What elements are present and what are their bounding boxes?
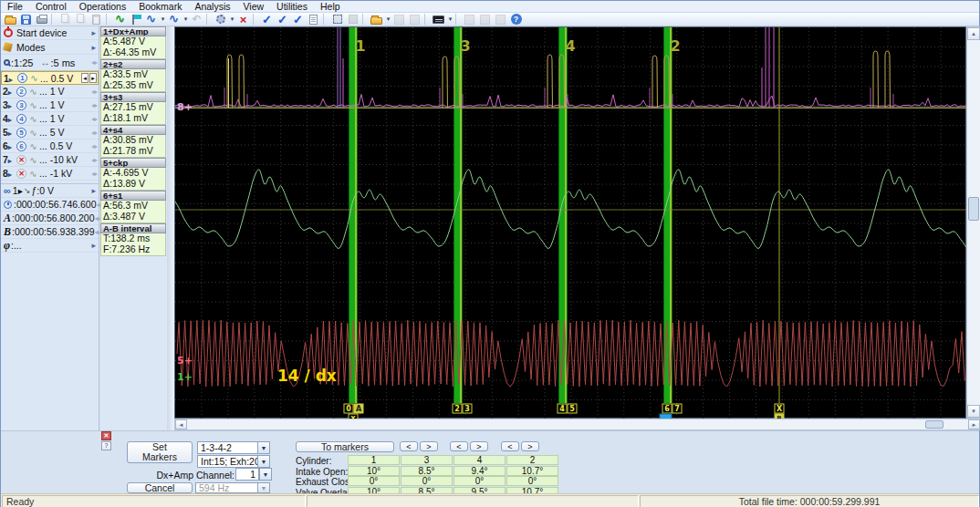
vscroll-thumb[interactable] [968,197,979,221]
cancel-button[interactable]: Cancel [127,482,193,493]
bookmark-icon[interactable] [128,13,143,26]
menu-operations[interactable]: Operations [73,1,132,12]
accept-all-icon[interactable]: ✓ [275,13,290,26]
step-next-cyl3[interactable]: > [420,441,438,451]
chevron-down-icon[interactable]: ▾ [447,16,454,23]
adjust-right-button[interactable]: ▸ [89,73,97,83]
open-file-icon[interactable] [3,13,18,26]
spin-buttons[interactable]: ◂▸ [91,101,99,109]
save-icon[interactable] [18,13,34,26]
status-spacer [307,495,639,507]
menu-analysis[interactable]: Analysis [188,1,236,12]
step-prev-cyl3[interactable]: < [400,441,418,451]
modes-icon [3,42,13,52]
phase-row[interactable]: φ:...▸ [1,239,99,253]
chevron-down-icon[interactable]: ▾ [182,16,189,23]
channel-adjust-buttons: ◂▸ [81,73,98,83]
panel-help-button[interactable]: ? [101,441,111,450]
modes-button[interactable]: Modes ▸ [1,40,99,55]
settings-icon[interactable] [213,13,228,26]
scroll-left-icon[interactable]: ◄ [175,419,187,429]
timebase-value[interactable]: :5 ms [50,57,75,68]
step-next-cyl2[interactable]: > [521,441,539,451]
firing-order-combo[interactable]: 1-3-4-2 ▼ [197,441,270,454]
horizontal-scrollbar[interactable]: ◄ ► [174,419,980,430]
spin-buttons[interactable]: ◂▸ [91,58,99,67]
menu-view[interactable]: View [237,1,271,12]
menu-utilities[interactable]: Utilities [270,1,314,12]
select-region-icon[interactable] [329,13,345,26]
open-script-icon[interactable] [369,13,384,26]
adjust-left-button[interactable]: ◂ [81,73,89,83]
clear-markers-icon[interactable]: × [235,13,251,26]
waveform-overlay-icon[interactable]: ∿ [166,13,182,26]
oscilloscope-display[interactable]: 13428+5+1+14 / dx0AX234567XB [174,26,966,419]
modes-label: Modes [16,42,91,53]
spin-buttons[interactable]: ◂▸ [91,88,99,96]
step-prev-cyl4[interactable]: < [450,441,468,451]
cursor-b-row[interactable]: B:000:00:56.938.399◂▸ [1,225,99,239]
channel-7-row[interactable]: 7▸✕∿... -10 kV◂▸ [1,153,99,167]
scale-row[interactable]: :1:25 ↔ :5 ms ◂▸ [1,55,99,71]
spin-buttons[interactable]: ◂▸ [91,156,99,164]
scroll-up-icon[interactable]: ▲ [967,27,980,40]
sync-row[interactable]: ∞ 1▸ ↘ ƒ:0 V ▸ [1,183,99,198]
channel-3-row[interactable]: 3▸3∿... 1 V◂▸ [1,98,99,112]
chevron-down-icon[interactable]: ▼ [257,442,269,453]
spin-buttons[interactable]: ◂▸ [91,142,99,150]
scroll-right-icon[interactable]: ► [968,419,980,429]
chevron-down-icon[interactable]: ▼ [257,456,269,467]
bookmark-icon [132,15,134,25]
apply-script-icon[interactable]: ✓ [290,13,306,26]
cursor-a-row[interactable]: A:000:00:56.800.200◂▸ [1,212,99,225]
scroll-down-icon[interactable]: ▼ [967,405,980,418]
channel-8-row[interactable]: 8▸✕∿... -1 kV◂▸ [1,167,99,181]
cell-r1-c2: 9.4° [454,466,506,476]
waveform-view-icon[interactable]: ∿ [143,13,159,26]
channel-6-row[interactable]: 6▸6∿... 0.5 V◂▸ [1,140,99,153]
menu-control[interactable]: Control [29,1,73,12]
channel-number: 8▸ [3,168,16,179]
display-mode-icon[interactable] [431,13,446,26]
chevron-down-icon[interactable]: ▾ [385,16,391,23]
spin-buttons[interactable]: ◂▸ [91,115,99,123]
report-icon[interactable] [306,13,321,26]
chevron-down-icon[interactable]: ▾ [229,16,235,23]
spin-buttons[interactable]: ◂▸ [91,170,99,178]
channel-circle-icon: 2 [16,87,26,97]
panel-splitter[interactable] [167,26,174,430]
step-prev-cyl2[interactable]: < [501,441,519,451]
menu-file[interactable]: File [1,1,29,12]
channel-value-box[interactable]: 1 [235,468,259,481]
accept-icon[interactable]: ✓ [259,13,275,26]
vertical-scrollbar[interactable]: ▲ ▼ [966,26,980,419]
measure-tool-icon [345,13,360,26]
set-markers-button[interactable]: Set Markers [127,441,193,463]
measurement-values: A:5.487 VΔ:-64.35 mV [100,36,166,59]
channel-2-row[interactable]: 2▸2∿... 1 V◂▸ [1,85,99,98]
close-panel-button[interactable]: ✕ [101,431,111,440]
chevron-right-icon[interactable]: ▸ [91,241,99,250]
print-icon[interactable] [34,13,49,26]
hscroll-thumb[interactable] [925,420,944,429]
menu-help[interactable]: Help [314,1,347,12]
to-markers-button[interactable]: To markers [296,441,394,452]
step-next-cyl4[interactable]: > [470,441,488,451]
probe-wave-icon: ∿ [28,87,38,97]
channel-combo-arrow[interactable]: ▼ [259,468,272,481]
firing-order-value: 1-3-4-2 [198,442,257,453]
chevron-down-icon[interactable]: ▾ [160,16,166,23]
channel-4-row[interactable]: 4▸4∿... 1 V◂▸ [1,112,99,126]
channel-1-row[interactable]: 1▸1∿... 0.5 V◂▸ [1,71,99,85]
int-exh-combo[interactable]: Int:15; Exh:20 ▼ [197,455,270,468]
new-record-icon[interactable]: ∿ [112,13,128,26]
zoom-value[interactable]: :1:25 [11,57,33,68]
help-icon[interactable]: ? [508,13,524,26]
spin-buttons[interactable]: ◂▸ [91,129,99,137]
measurement-values: A:30.85 mVΔ:21.78 mV [100,135,166,158]
record-time-row[interactable]: :000:00:56.746.600◂▸ [1,198,99,212]
start-device-button[interactable]: Start device ▸ [1,26,99,40]
status-bar: Ready Total file time: 000:00:59.299.991 [1,493,979,507]
channel-5-row[interactable]: 5▸5∿... 5 V◂▸ [1,126,99,140]
menu-bookmark[interactable]: Bookmark [132,1,188,12]
